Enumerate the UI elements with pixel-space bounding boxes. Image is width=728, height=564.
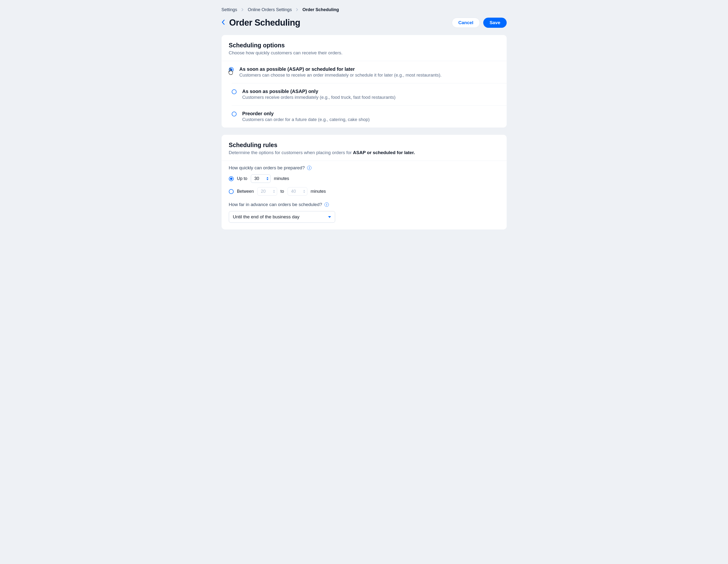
info-icon[interactable]: i: [307, 166, 311, 170]
chevron-down-icon: [328, 216, 331, 218]
back-icon[interactable]: [222, 20, 225, 26]
to-label: to: [281, 189, 284, 194]
chevron-down-icon[interactable]: [303, 192, 305, 193]
upto-minutes-stepper[interactable]: 30: [251, 174, 271, 183]
minutes-label: minutes: [274, 176, 289, 181]
advance-select[interactable]: Until the end of the business day: [229, 211, 335, 223]
chevron-down-icon[interactable]: [273, 192, 275, 193]
option-description: Customers receive orders immediately (e.…: [242, 95, 396, 100]
info-icon[interactable]: i: [324, 203, 329, 207]
scheduling-option-preorder-only[interactable]: Preorder only Customers can order for a …: [232, 105, 507, 128]
chevron-right-icon: [296, 7, 298, 12]
prep-between-row[interactable]: Between 20 to 40 minutes: [229, 187, 499, 196]
breadcrumb-item-current: Order Scheduling: [303, 7, 339, 12]
minutes-label: minutes: [311, 189, 326, 194]
prep-upto-row[interactable]: Up to 30 minutes: [229, 174, 499, 183]
option-title: As soon as possible (ASAP) only: [242, 89, 396, 94]
between-label: Between: [237, 189, 254, 194]
radio-icon[interactable]: [232, 89, 237, 94]
stepper-value: 40: [291, 189, 296, 194]
page-title: Order Scheduling: [229, 18, 300, 28]
select-value: Until the end of the business day: [233, 214, 300, 220]
breadcrumb-item[interactable]: Online Orders Settings: [248, 7, 292, 12]
option-title: As soon as possible (ASAP) or scheduled …: [239, 66, 442, 72]
chevron-up-icon[interactable]: [303, 190, 305, 191]
divider: [222, 161, 507, 161]
cancel-button[interactable]: Cancel: [452, 18, 480, 28]
card-title: Scheduling options: [229, 42, 499, 49]
option-title: Preorder only: [242, 111, 370, 116]
card-title: Scheduling rules: [229, 142, 499, 149]
between-high-stepper[interactable]: 40: [288, 187, 307, 196]
breadcrumb: Settings Online Orders Settings Order Sc…: [222, 7, 507, 12]
radio-icon[interactable]: [232, 112, 237, 116]
chevron-up-icon[interactable]: [273, 190, 275, 191]
upto-label: Up to: [237, 176, 247, 181]
breadcrumb-item[interactable]: Settings: [222, 7, 237, 12]
stepper-value: 20: [261, 189, 266, 194]
prep-time-question: How quickly can orders be prepared? i: [229, 165, 499, 171]
advance-question: How far in advance can orders be schedul…: [229, 202, 499, 207]
scheduling-options-card: Scheduling options Choose how quickly cu…: [222, 35, 507, 128]
radio-icon[interactable]: [229, 67, 234, 72]
option-description: Customers can choose to receive an order…: [239, 73, 442, 78]
between-low-stepper[interactable]: 20: [257, 187, 277, 196]
scheduling-option-asap-or-later[interactable]: As soon as possible (ASAP) or scheduled …: [222, 61, 507, 83]
chevron-up-icon[interactable]: [267, 177, 268, 178]
scheduling-option-asap-only[interactable]: As soon as possible (ASAP) only Customer…: [232, 83, 507, 105]
chevron-right-icon: [242, 7, 244, 12]
card-subtitle: Determine the options for customers when…: [229, 150, 499, 155]
scheduling-rules-card: Scheduling rules Determine the options f…: [222, 135, 507, 230]
radio-icon[interactable]: [229, 189, 234, 194]
stepper-value: 30: [254, 176, 259, 181]
option-description: Customers can order for a future date (e…: [242, 117, 370, 122]
radio-icon[interactable]: [229, 176, 234, 181]
card-subtitle: Choose how quickly customers can receive…: [229, 50, 499, 56]
save-button[interactable]: Save: [483, 18, 506, 28]
chevron-down-icon[interactable]: [267, 179, 268, 180]
